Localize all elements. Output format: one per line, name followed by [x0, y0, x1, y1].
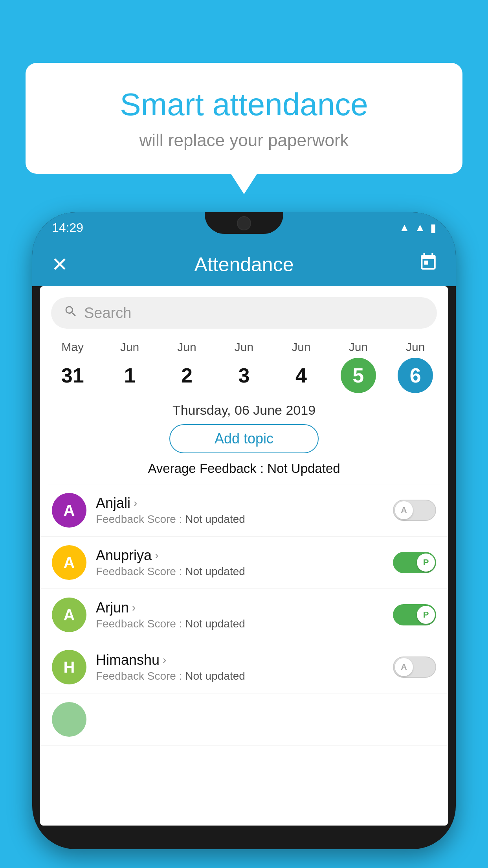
signal-icon: ▲ — [415, 221, 426, 234]
date-strip: May 31 Jun 1 Jun 2 Jun 3 Jun 4 — [40, 329, 448, 393]
add-topic-button[interactable]: Add topic — [169, 424, 319, 453]
student-info-anupriya: Anupriya › Feedback Score : Not updated — [96, 547, 383, 578]
avg-feedback: Average Feedback : Not Updated — [40, 461, 448, 476]
front-camera — [237, 216, 251, 230]
toggle-anupriya[interactable]: P — [393, 552, 436, 573]
wifi-icon: ▲ — [399, 221, 410, 234]
search-bar[interactable]: Search — [51, 297, 437, 329]
bubble-title: Smart attendance — [57, 86, 431, 123]
close-icon[interactable]: ✕ — [48, 253, 72, 276]
app-bar: ✕ Attendance — [32, 243, 456, 286]
avatar-anupriya: A — [52, 545, 86, 580]
date-col-jun3[interactable]: Jun 3 — [226, 340, 262, 393]
phone-notch — [205, 212, 283, 234]
selected-date-label: Thursday, 06 June 2019 — [40, 403, 448, 418]
search-icon — [64, 304, 78, 322]
status-icons: ▲ ▲ ▮ — [399, 221, 436, 234]
toggle-anjali[interactable]: A — [393, 500, 436, 521]
student-info-himanshu: Himanshu › Feedback Score : Not updated — [96, 652, 383, 682]
student-row-himanshu[interactable]: H Himanshu › Feedback Score : Not update… — [40, 641, 448, 693]
search-placeholder: Search — [84, 305, 131, 322]
feedback-score-anjali: Feedback Score : Not updated — [96, 513, 383, 526]
date-col-jun1[interactable]: Jun 1 — [112, 340, 147, 393]
student-row-anjali[interactable]: A Anjali › Feedback Score : Not updated … — [40, 484, 448, 537]
date-col-may31[interactable]: May 31 — [55, 340, 90, 393]
avatar-himanshu: H — [52, 650, 86, 684]
calendar-icon[interactable] — [416, 252, 440, 277]
date-col-jun5[interactable]: Jun 5 — [341, 340, 376, 393]
chevron-icon: › — [132, 601, 136, 614]
student-row-arjun[interactable]: A Arjun › Feedback Score : Not updated P — [40, 589, 448, 641]
chevron-icon: › — [163, 654, 166, 666]
screen-content: Search May 31 Jun 1 Jun 2 Jun 3 — [40, 286, 448, 826]
avatar-partial — [52, 702, 86, 737]
date-col-jun2[interactable]: Jun 2 — [169, 340, 205, 393]
date-col-jun4[interactable]: Jun 4 — [283, 340, 319, 393]
phone-frame: 14:29 ▲ ▲ ▮ ✕ Attendance — [32, 212, 456, 849]
feedback-score-anupriya: Feedback Score : Not updated — [96, 565, 383, 578]
student-name-anupriya: Anupriya — [96, 547, 152, 564]
student-row-partial — [40, 693, 448, 746]
avatar-arjun: A — [52, 598, 86, 632]
speech-bubble: Smart attendance will replace your paper… — [26, 63, 462, 174]
speech-bubble-container: Smart attendance will replace your paper… — [26, 63, 462, 174]
feedback-score-himanshu: Feedback Score : Not updated — [96, 670, 383, 682]
chevron-icon: › — [134, 497, 137, 509]
date-col-jun6[interactable]: Jun 6 — [398, 340, 433, 393]
feedback-score-arjun: Feedback Score : Not updated — [96, 618, 383, 630]
toggle-himanshu[interactable]: A — [393, 657, 436, 678]
student-info-arjun: Arjun › Feedback Score : Not updated — [96, 600, 383, 630]
status-time: 14:29 — [52, 221, 83, 235]
phone-container: 14:29 ▲ ▲ ▮ ✕ Attendance — [32, 212, 456, 868]
battery-icon: ▮ — [430, 221, 436, 234]
toggle-arjun[interactable]: P — [393, 604, 436, 625]
student-name-arjun: Arjun — [96, 600, 129, 616]
avatar-anjali: A — [52, 493, 86, 528]
bubble-subtitle: will replace your paperwork — [57, 131, 431, 150]
student-name-himanshu: Himanshu — [96, 652, 160, 668]
student-row-anupriya[interactable]: A Anupriya › Feedback Score : Not update… — [40, 537, 448, 589]
chevron-icon: › — [155, 549, 158, 562]
student-info-anjali: Anjali › Feedback Score : Not updated — [96, 495, 383, 526]
app-bar-title: Attendance — [72, 253, 416, 276]
student-name-anjali: Anjali — [96, 495, 130, 511]
